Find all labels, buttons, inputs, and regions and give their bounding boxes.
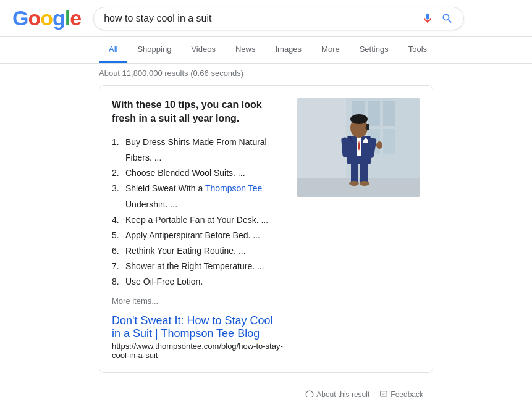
snippet-image	[297, 98, 420, 197]
snippet-list: 1. Buy Dress Shirts Made From Natural Fi…	[112, 135, 284, 290]
nav-tabs: All Shopping Videos News Images More Set…	[0, 37, 532, 64]
search-icon[interactable]	[441, 12, 454, 25]
svg-point-20	[376, 141, 382, 149]
about-result-button[interactable]: i About this result	[305, 390, 369, 397]
header: Google	[0, 0, 532, 37]
results-info: About 11,800,000 results (0.66 seconds)	[0, 64, 532, 83]
snippet-title: With these 10 tips, you can look fresh i…	[112, 98, 284, 126]
tab-more[interactable]: More	[311, 37, 350, 63]
feedback-button[interactable]: Feedback	[379, 390, 423, 397]
logo-o2: o	[40, 6, 53, 30]
tab-settings[interactable]: Settings	[350, 37, 399, 63]
suit-man-illustration	[297, 98, 420, 197]
svg-rect-25	[363, 140, 368, 143]
svg-rect-29	[381, 391, 387, 396]
search-bar	[93, 7, 464, 30]
tab-images[interactable]: Images	[265, 37, 311, 63]
svg-rect-3	[368, 101, 380, 126]
logo-g2: g	[53, 6, 65, 30]
list-item: 4. Keep a Portable Fan at Your Desk. ...	[112, 212, 284, 228]
snippet-text: With these 10 tips, you can look fresh i…	[112, 98, 284, 360]
list-item: 1. Buy Dress Shirts Made From Natural Fi…	[112, 135, 284, 165]
more-items-link[interactable]: More items...	[112, 296, 284, 306]
svg-point-22	[350, 114, 368, 124]
svg-rect-24	[366, 124, 369, 130]
list-item: 3. Shield Sweat With a Thompson Tee Unde…	[112, 181, 284, 212]
tab-videos[interactable]: Videos	[181, 37, 226, 63]
mic-icon[interactable]	[421, 12, 434, 25]
list-item: 8. Use Oil-Free Lotion.	[112, 274, 284, 290]
tab-all[interactable]: All	[99, 37, 127, 63]
tab-tools[interactable]: Tools	[399, 37, 437, 63]
google-logo[interactable]: Google	[12, 6, 81, 30]
tab-shopping[interactable]: Shopping	[127, 37, 181, 63]
featured-snippet: With these 10 tips, you can look fresh i…	[99, 85, 433, 373]
tab-news[interactable]: News	[226, 37, 266, 63]
svg-text:i: i	[310, 392, 311, 397]
search-icons	[421, 12, 454, 25]
search-input[interactable]	[104, 13, 421, 24]
result-footer: i About this result Feedback	[99, 385, 433, 397]
feedback-icon	[379, 390, 388, 397]
svg-point-12	[360, 181, 369, 186]
main-content: With these 10 tips, you can look fresh i…	[0, 85, 532, 397]
logo-g: G	[12, 6, 28, 30]
svg-rect-4	[383, 101, 395, 126]
list-item: 2. Choose Blended Wool Suits. ...	[112, 165, 284, 181]
info-icon: i	[305, 390, 314, 397]
nav-right: Settings Tools	[350, 37, 437, 63]
thompson-tee-link[interactable]: Thompson Tee	[205, 183, 262, 193]
source-link: Don't Sweat It: How to Stay Cool in a Su…	[112, 314, 284, 360]
list-item: 6. Rethink Your Eating Routine. ...	[112, 243, 284, 259]
source-url: https://www.thompsontee.com/blog/how-to-…	[112, 341, 284, 360]
svg-point-11	[349, 181, 359, 186]
logo-e: e	[70, 6, 81, 30]
source-title-link[interactable]: Don't Sweat It: How to Stay Cool in a Su…	[112, 314, 273, 340]
logo-o1: o	[28, 6, 40, 30]
list-item: 7. Shower at the Right Temperature. ...	[112, 259, 284, 274]
logo-l: l	[65, 6, 70, 30]
list-item: 5. Apply Antiperspirant Before Bed. ...	[112, 228, 284, 243]
svg-rect-7	[383, 129, 395, 154]
